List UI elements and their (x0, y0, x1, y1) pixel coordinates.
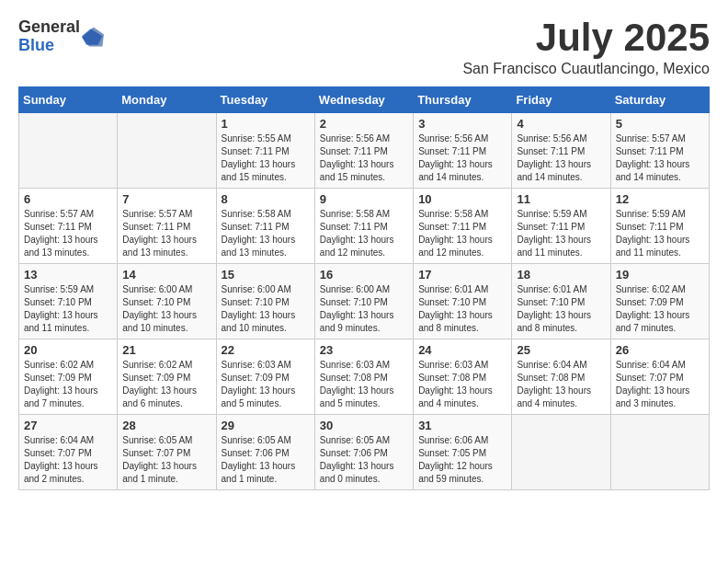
day-info: Sunrise: 6:00 AMSunset: 7:10 PMDaylight:… (222, 283, 310, 335)
calendar-cell: 26Sunrise: 6:04 AMSunset: 7:07 PMDayligh… (610, 339, 709, 415)
day-info: Sunrise: 6:04 AMSunset: 7:07 PMDaylight:… (616, 359, 704, 410)
day-info: Sunrise: 6:05 AMSunset: 7:06 PMDaylight:… (222, 434, 310, 486)
day-number: 27 (24, 419, 112, 432)
day-info: Sunrise: 6:01 AMSunset: 7:10 PMDaylight:… (517, 283, 605, 335)
day-info: Sunrise: 5:56 AMSunset: 7:11 PMDaylight:… (517, 132, 605, 184)
day-info: Sunrise: 6:03 AMSunset: 7:09 PMDaylight:… (222, 359, 310, 410)
calendar-cell: 9Sunrise: 5:58 AMSunset: 7:11 PMDaylight… (314, 189, 413, 264)
day-info: Sunrise: 6:01 AMSunset: 7:10 PMDaylight:… (418, 283, 506, 335)
day-info: Sunrise: 6:02 AMSunset: 7:09 PMDaylight:… (122, 359, 210, 410)
calendar-cell: 7Sunrise: 5:57 AMSunset: 7:11 PMDaylight… (118, 189, 216, 264)
month-title: July 2025 (462, 18, 710, 57)
calendar-cell: 15Sunrise: 6:00 AMSunset: 7:10 PMDayligh… (216, 264, 314, 339)
calendar-cell: 24Sunrise: 6:03 AMSunset: 7:08 PMDayligh… (414, 339, 512, 415)
calendar-cell: 23Sunrise: 6:03 AMSunset: 7:08 PMDayligh… (314, 339, 413, 415)
calendar-cell: 16Sunrise: 6:00 AMSunset: 7:10 PMDayligh… (314, 264, 413, 339)
calendar-cell: 8Sunrise: 5:58 AMSunset: 7:11 PMDaylight… (216, 189, 314, 264)
day-info: Sunrise: 5:57 AMSunset: 7:11 PMDaylight:… (616, 132, 704, 184)
calendar-cell: 30Sunrise: 6:05 AMSunset: 7:06 PMDayligh… (314, 415, 413, 490)
calendar-week-1: 1Sunrise: 5:55 AMSunset: 7:11 PMDaylight… (19, 113, 710, 189)
calendar-cell: 5Sunrise: 5:57 AMSunset: 7:11 PMDaylight… (610, 113, 709, 189)
calendar-week-4: 20Sunrise: 6:02 AMSunset: 7:09 PMDayligh… (19, 339, 710, 415)
day-info: Sunrise: 6:04 AMSunset: 7:08 PMDaylight:… (517, 359, 605, 410)
calendar-week-5: 27Sunrise: 6:04 AMSunset: 7:07 PMDayligh… (19, 415, 710, 490)
day-number: 11 (517, 192, 605, 206)
day-number: 4 (517, 117, 605, 131)
calendar-cell: 12Sunrise: 5:59 AMSunset: 7:11 PMDayligh… (610, 189, 709, 264)
day-info: Sunrise: 6:02 AMSunset: 7:09 PMDaylight:… (24, 359, 112, 410)
day-info: Sunrise: 6:04 AMSunset: 7:07 PMDaylight:… (24, 434, 112, 486)
day-number: 1 (222, 117, 310, 131)
calendar-cell (610, 415, 709, 490)
day-info: Sunrise: 5:58 AMSunset: 7:11 PMDaylight:… (320, 208, 408, 259)
day-info: Sunrise: 5:57 AMSunset: 7:11 PMDaylight:… (122, 208, 210, 259)
calendar-cell: 31Sunrise: 6:06 AMSunset: 7:05 PMDayligh… (414, 415, 512, 490)
day-info: Sunrise: 5:55 AMSunset: 7:11 PMDaylight:… (222, 132, 310, 184)
day-number: 30 (320, 419, 408, 432)
calendar-cell (118, 113, 216, 189)
calendar-cell: 28Sunrise: 6:05 AMSunset: 7:07 PMDayligh… (118, 415, 216, 490)
svg-marker-1 (82, 27, 104, 46)
calendar-cell (512, 415, 610, 490)
day-info: Sunrise: 5:58 AMSunset: 7:11 PMDaylight:… (418, 208, 506, 259)
calendar-cell: 14Sunrise: 6:00 AMSunset: 7:10 PMDayligh… (118, 264, 216, 339)
day-number: 19 (616, 268, 704, 282)
logo-general: General (18, 18, 80, 37)
calendar-cell: 2Sunrise: 5:56 AMSunset: 7:11 PMDaylight… (314, 113, 413, 189)
day-number: 3 (418, 117, 506, 131)
day-number: 15 (222, 268, 310, 282)
calendar-cell: 6Sunrise: 5:57 AMSunset: 7:11 PMDaylight… (19, 189, 118, 264)
calendar-cell: 10Sunrise: 5:58 AMSunset: 7:11 PMDayligh… (414, 189, 512, 264)
calendar-header-row: SundayMondayTuesdayWednesdayThursdayFrid… (19, 87, 710, 113)
calendar-header-sunday: Sunday (19, 87, 118, 113)
logo-icon (82, 26, 104, 48)
logo-blue: Blue (18, 37, 80, 55)
day-info: Sunrise: 6:05 AMSunset: 7:06 PMDaylight:… (320, 434, 408, 486)
day-number: 6 (24, 192, 112, 206)
day-number: 13 (24, 268, 112, 282)
calendar-week-2: 6Sunrise: 5:57 AMSunset: 7:11 PMDaylight… (19, 189, 710, 264)
day-number: 28 (122, 419, 210, 432)
calendar-cell: 19Sunrise: 6:02 AMSunset: 7:09 PMDayligh… (610, 264, 709, 339)
calendar-cell: 11Sunrise: 5:59 AMSunset: 7:11 PMDayligh… (512, 189, 610, 264)
day-number: 5 (616, 117, 704, 131)
day-number: 12 (616, 192, 704, 206)
day-number: 14 (122, 268, 210, 282)
day-number: 21 (122, 343, 210, 357)
day-number: 26 (616, 343, 704, 357)
calendar-cell: 3Sunrise: 5:56 AMSunset: 7:11 PMDaylight… (414, 113, 512, 189)
calendar-header-thursday: Thursday (414, 87, 512, 113)
day-number: 10 (418, 192, 506, 206)
calendar-cell: 27Sunrise: 6:04 AMSunset: 7:07 PMDayligh… (19, 415, 118, 490)
day-number: 16 (320, 268, 408, 282)
calendar-cell: 21Sunrise: 6:02 AMSunset: 7:09 PMDayligh… (118, 339, 216, 415)
day-number: 23 (320, 343, 408, 357)
day-number: 7 (122, 192, 210, 206)
day-number: 9 (320, 192, 408, 206)
day-info: Sunrise: 6:03 AMSunset: 7:08 PMDaylight:… (418, 359, 506, 410)
day-info: Sunrise: 6:02 AMSunset: 7:09 PMDaylight:… (616, 283, 704, 335)
logo: General Blue (18, 18, 104, 55)
calendar-header-saturday: Saturday (610, 87, 709, 113)
calendar-cell: 1Sunrise: 5:55 AMSunset: 7:11 PMDaylight… (216, 113, 314, 189)
day-info: Sunrise: 6:06 AMSunset: 7:05 PMDaylight:… (418, 434, 506, 486)
day-info: Sunrise: 5:58 AMSunset: 7:11 PMDaylight:… (222, 208, 310, 259)
day-info: Sunrise: 5:56 AMSunset: 7:11 PMDaylight:… (320, 132, 408, 184)
calendar-header-friday: Friday (512, 87, 610, 113)
day-info: Sunrise: 6:00 AMSunset: 7:10 PMDaylight:… (122, 283, 210, 335)
day-info: Sunrise: 5:59 AMSunset: 7:11 PMDaylight:… (517, 208, 605, 259)
calendar: SundayMondayTuesdayWednesdayThursdayFrid… (18, 86, 710, 490)
day-number: 18 (517, 268, 605, 282)
calendar-cell: 4Sunrise: 5:56 AMSunset: 7:11 PMDaylight… (512, 113, 610, 189)
day-number: 20 (24, 343, 112, 357)
calendar-header-wednesday: Wednesday (314, 87, 413, 113)
day-number: 24 (418, 343, 506, 357)
calendar-week-3: 13Sunrise: 5:59 AMSunset: 7:10 PMDayligh… (19, 264, 710, 339)
calendar-header-tuesday: Tuesday (216, 87, 314, 113)
day-number: 17 (418, 268, 506, 282)
day-info: Sunrise: 5:59 AMSunset: 7:11 PMDaylight:… (616, 208, 704, 259)
day-number: 8 (222, 192, 310, 206)
calendar-cell (19, 113, 118, 189)
day-info: Sunrise: 6:03 AMSunset: 7:08 PMDaylight:… (320, 359, 408, 410)
day-number: 22 (222, 343, 310, 357)
